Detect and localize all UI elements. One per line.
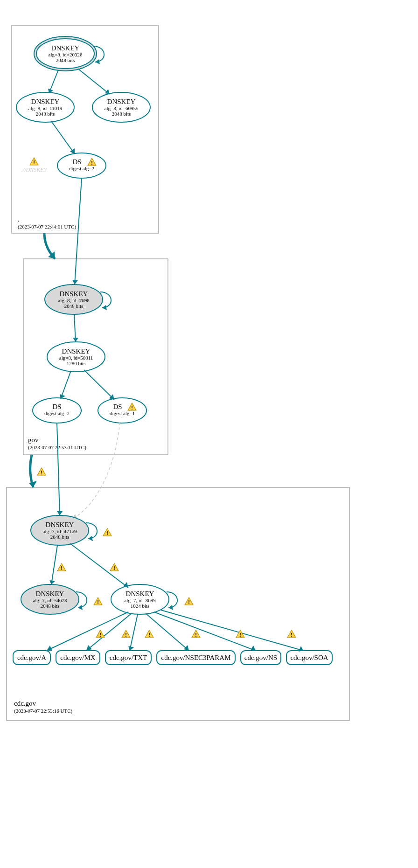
svg-marker-35: [73, 338, 78, 342]
warning-icon: [122, 630, 130, 638]
warning-icon: [94, 597, 102, 605]
svg-text:DS: DS: [113, 403, 122, 410]
node-gov-dnskey-ksk[interactable]: DNSKEY alg=8, id=7698 2048 bits: [45, 285, 103, 314]
svg-text:DNSKEY: DNSKEY: [126, 590, 154, 597]
svg-marker-79: [128, 646, 134, 651]
svg-text:DNSKEY: DNSKEY: [107, 98, 136, 105]
svg-text:DS: DS: [72, 158, 81, 166]
svg-text:DNSKEY: DNSKEY: [31, 98, 60, 105]
node-gov-ds-2[interactable]: DS digest alg=1: [98, 398, 146, 423]
svg-marker-57: [78, 605, 83, 610]
node-root-dnskey-ksk[interactable]: DNSKEY alg=8, id=20326 2048 bits: [34, 36, 97, 71]
svg-text:.//DNSKEY: .//DNSKEY: [21, 167, 48, 173]
warning-icon: [57, 563, 66, 571]
node-gov-ds-1[interactable]: DS digest alg=2: [33, 398, 81, 423]
svg-text:digest alg=1: digest alg=1: [110, 410, 135, 416]
svg-text:2048 bits: 2048 bits: [50, 534, 70, 540]
svg-text:alg=7, id=8699: alg=7, id=8699: [124, 597, 156, 603]
svg-marker-25: [72, 280, 78, 285]
warning-icon: [96, 630, 104, 638]
node-rr-mx[interactable]: cdc.gov/MX: [56, 651, 100, 665]
svg-marker-82: [299, 646, 303, 652]
node-cdc-dnskey-ksk[interactable]: DNSKEY alg=7, id=47169 2048 bits: [31, 515, 89, 545]
svg-text:alg=7, id=47169: alg=7, id=47169: [43, 528, 77, 534]
node-root-ds[interactable]: DS digest alg=2: [57, 153, 106, 178]
svg-text:alg=8, id=11019: alg=8, id=11019: [28, 105, 63, 111]
svg-text:alg=8, id=50011: alg=8, id=50011: [59, 355, 93, 361]
zone-cdcgov-name: cdc.gov: [14, 700, 36, 707]
svg-text:2048 bits: 2048 bits: [112, 111, 131, 117]
zone-root-timestamp: (2023-07-07 22:44:01 UTC): [18, 224, 77, 230]
svg-text:alg=8, id=7698: alg=8, id=7698: [58, 298, 90, 303]
svg-text:2048 bits: 2048 bits: [64, 303, 84, 309]
svg-marker-52: [88, 536, 93, 541]
svg-marker-80: [184, 645, 189, 651]
node-cdc-dnskey-54678[interactable]: DNSKEY alg=7, id=54678 2048 bits: [21, 584, 79, 614]
svg-text:DNSKEY: DNSKEY: [36, 590, 64, 597]
svg-text:alg=7, id=54678: alg=7, id=54678: [33, 597, 67, 603]
svg-marker-63: [49, 580, 55, 584]
node-rr-nsec3param[interactable]: cdc.gov/NSEC3PARAM: [157, 651, 235, 665]
warning-icon: [192, 630, 200, 638]
node-root-dnskey-60955[interactable]: DNSKEY alg=8, id=60955 2048 bits: [92, 92, 150, 122]
svg-marker-45: [29, 481, 37, 487]
svg-text:alg=8, id=60955: alg=8, id=60955: [104, 105, 139, 111]
svg-text:DNSKEY: DNSKEY: [51, 44, 80, 52]
node-cdc-dnskey-8699[interactable]: DNSKEY alg=7, id=8699 1024 bits: [111, 584, 169, 614]
node-rr-ns[interactable]: cdc.gov/NS: [241, 651, 281, 665]
zone-root-name: .: [18, 215, 20, 223]
warning-icon: [287, 630, 296, 638]
svg-marker-46: [57, 511, 63, 515]
svg-text:cdc.gov/MX: cdc.gov/MX: [60, 654, 96, 661]
svg-text:1024 bits: 1024 bits: [131, 603, 150, 609]
svg-marker-17: [105, 89, 110, 94]
svg-marker-78: [86, 645, 92, 651]
node-gov-dnskey-zsk[interactable]: DNSKEY alg=8, id=50011 1280 bits: [47, 342, 105, 372]
svg-text:DS: DS: [52, 403, 61, 410]
zone-cdcgov-timestamp: (2023-07-07 22:53:16 UTC): [14, 708, 73, 714]
svg-text:DNSKEY: DNSKEY: [46, 521, 74, 528]
svg-text:DNSKEY: DNSKEY: [60, 290, 88, 298]
node-root-ghost-dnskey: .//DNSKEY: [21, 158, 48, 173]
warning-icon: [37, 468, 46, 475]
svg-text:cdc.gov/NS: cdc.gov/NS: [244, 654, 277, 661]
svg-text:2048 bits: 2048 bits: [36, 111, 55, 117]
svg-marker-62: [168, 605, 173, 610]
warning-icon: [110, 563, 118, 571]
svg-marker-7: [95, 59, 100, 64]
node-root-dnskey-11019[interactable]: DNSKEY alg=8, id=11019 2048 bits: [16, 92, 74, 122]
svg-marker-30: [102, 305, 107, 310]
svg-text:DNSKEY: DNSKEY: [62, 347, 91, 355]
warning-icon: [103, 528, 111, 536]
svg-text:alg=8, id=20326: alg=8, id=20326: [49, 52, 83, 57]
svg-text:2048 bits: 2048 bits: [41, 603, 60, 609]
svg-marker-81: [251, 646, 256, 651]
svg-text:cdc.gov/SOA: cdc.gov/SOA: [290, 654, 328, 661]
svg-text:cdc.gov/A: cdc.gov/A: [17, 654, 46, 661]
svg-text:digest alg=2: digest alg=2: [69, 166, 94, 171]
node-rr-txt[interactable]: cdc.gov/TXT: [105, 651, 151, 665]
svg-text:1280 bits: 1280 bits: [67, 361, 86, 366]
node-rr-a[interactable]: cdc.gov/A: [13, 651, 50, 665]
zone-gov-name: gov: [28, 436, 39, 444]
warning-icon: [30, 158, 38, 165]
warning-icon: [145, 630, 153, 638]
svg-text:2048 bits: 2048 bits: [56, 57, 75, 63]
node-rr-soa[interactable]: cdc.gov/SOA: [286, 651, 332, 665]
warning-icon: [185, 597, 193, 605]
svg-text:cdc.gov/TXT: cdc.gov/TXT: [110, 654, 147, 661]
svg-text:cdc.gov/NSEC3PARAM: cdc.gov/NSEC3PARAM: [161, 654, 230, 661]
svg-text:digest alg=2: digest alg=2: [44, 410, 70, 416]
